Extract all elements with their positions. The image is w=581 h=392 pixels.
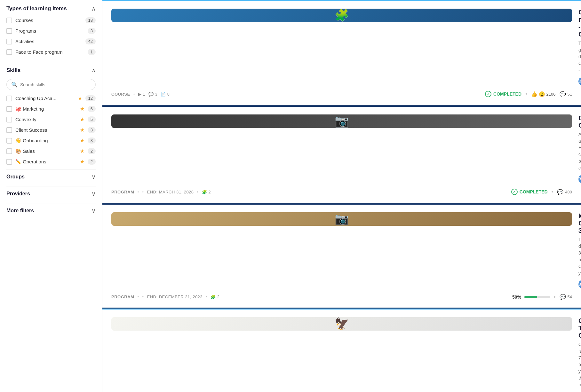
filter-item-courses[interactable]: Courses 18 — [6, 17, 96, 23]
course-info: Discovering OKRs As we scale and aim at … — [578, 114, 581, 184]
star-icon: ★ — [78, 95, 82, 101]
meta-dot: • — [137, 190, 139, 194]
avatar: BM — [578, 77, 581, 85]
course-card[interactable]: 📷 Mastering OKRs at 360Learning This pro… — [102, 204, 581, 309]
progress-container: 50% — [512, 294, 550, 300]
filter-checkbox[interactable] — [6, 39, 12, 44]
star-icon: ★ — [80, 137, 84, 144]
course-title[interactable]: OKR methodology - How to use OKRs — [578, 9, 581, 38]
course-top: 🦅 OKR Training - Coach OKRs adoption is … — [111, 317, 572, 392]
meta-left: PROGRAM ••End: December 31, 2023•🧩 2 — [111, 294, 220, 299]
check-icon: ✓ — [485, 91, 491, 97]
skill-label: 🐙 Marketing — [15, 106, 77, 112]
meta-right: ✓ COMPLETED • 👍 😮 2106 💬 51 — [485, 91, 572, 97]
filter-checkbox[interactable] — [6, 49, 12, 55]
course-top: 📷 Discovering OKRs As we scale and aim a… — [111, 114, 572, 184]
puzzle-count: 🧩 2 — [202, 190, 211, 194]
stat-value: 8 — [167, 92, 170, 97]
skill-item[interactable]: 🎨 Sales ★ 2 — [6, 148, 96, 154]
status-label: COMPLETED — [520, 189, 548, 194]
end-date: End: December 31, 2023 — [147, 294, 203, 299]
meta-dot: • — [525, 91, 527, 97]
course-thumbnail[interactable]: 🦅 — [111, 317, 572, 331]
stat-icon: ▶ — [138, 92, 142, 97]
skill-item[interactable]: Client Success ★ 3 — [6, 127, 96, 133]
types-chevron-up-icon[interactable]: ∧ — [92, 5, 96, 12]
course-description: As we scale and aim at achieving Hypergr… — [578, 131, 581, 171]
skill-label: Client Success — [15, 127, 77, 133]
course-description: This program is designed for 360Learners… — [578, 236, 581, 277]
groups-header[interactable]: Groups ∨ — [6, 169, 96, 184]
more-filters-header[interactable]: More filters ∨ — [6, 203, 96, 218]
course-description: This course aims at giving you a detaile… — [578, 40, 581, 74]
comment-count: 💬 54 — [560, 294, 572, 300]
status-completed: ✓ COMPLETED — [485, 91, 521, 97]
filter-label: Face to Face program — [15, 49, 84, 55]
comment-icon: 💬 — [557, 189, 563, 195]
skill-count: 6 — [88, 106, 96, 112]
course-thumbnail[interactable]: 🧩 — [111, 9, 572, 22]
avatar: BM — [578, 175, 581, 183]
skill-item[interactable]: 👋 Onboarding ★ 3 — [6, 137, 96, 144]
groups-chevron-down-icon[interactable]: ∨ — [92, 173, 96, 180]
filter-checkbox[interactable] — [6, 18, 12, 23]
skill-label: 👋 Onboarding — [15, 138, 77, 144]
skill-checkbox[interactable] — [6, 127, 12, 133]
wow-emoji: 😮 — [539, 91, 545, 97]
skill-item[interactable]: Coaching Up Aca... ★ 12 — [6, 95, 96, 101]
skills-search-box[interactable]: 🔍 — [6, 79, 96, 90]
skill-item[interactable]: ✏️ Operations ★ 2 — [6, 159, 96, 165]
course-card[interactable]: 🧩 OKR methodology - How to use OKRs This… — [102, 0, 581, 106]
skill-item[interactable]: Convexity ★ 5 — [6, 116, 96, 122]
stat-icon: 📄 — [161, 92, 166, 97]
skill-item[interactable]: 🐙 Marketing ★ 6 — [6, 106, 96, 112]
course-thumbnail[interactable]: 📷 — [111, 114, 572, 128]
course-meta: PROGRAM ••End: March 31, 2028•🧩 2 ✓ COMP… — [111, 189, 572, 195]
filter-item-programs[interactable]: Programs 3 — [6, 28, 96, 34]
course-title[interactable]: OKR Training - Coach — [578, 317, 581, 339]
comment-icon: 💬 — [560, 294, 566, 300]
course-card[interactable]: 🦅 OKR Training - Coach OKRs adoption is … — [102, 309, 581, 392]
thumbnail-icon: 🦅 — [335, 317, 349, 331]
star-icon: ★ — [80, 106, 84, 112]
thumbnail-icon: 📷 — [335, 114, 349, 128]
course-title[interactable]: Discovering OKRs — [578, 114, 581, 129]
comment-number: 400 — [565, 190, 572, 194]
skill-checkbox[interactable] — [6, 106, 12, 112]
skill-label: Convexity — [15, 117, 77, 122]
skill-checkbox[interactable] — [6, 159, 12, 165]
filter-item-face-to-face-program[interactable]: Face to Face program 1 — [6, 49, 96, 55]
courses-list: 🧩 OKR methodology - How to use OKRs This… — [102, 0, 581, 392]
course-author: BM Benjamin Marchal — [578, 391, 581, 392]
course-card[interactable]: 📷 Discovering OKRs As we scale and aim a… — [102, 106, 581, 204]
meta-right: ✓ COMPLETED • 💬 400 — [511, 189, 572, 195]
groups-title: Groups — [6, 174, 25, 180]
meta-left: COURSE •▶1💬3📄8 — [111, 92, 170, 97]
skill-checkbox[interactable] — [6, 148, 12, 154]
meta-dot: • — [142, 294, 144, 299]
skills-chevron-up-icon[interactable]: ∧ — [92, 67, 96, 74]
meta-dot: • — [197, 190, 199, 194]
more-filters-title: More filters — [6, 208, 34, 214]
providers-header[interactable]: Providers ∨ — [6, 186, 96, 201]
star-icon: ★ — [80, 159, 84, 165]
skill-checkbox[interactable] — [6, 117, 12, 122]
course-title[interactable]: Mastering OKRs at 360Learning — [578, 212, 581, 234]
skill-label: ✏️ Operations — [15, 159, 77, 165]
more-filters-chevron-down-icon[interactable]: ∨ — [92, 207, 96, 214]
skill-checkbox[interactable] — [6, 138, 12, 144]
skill-checkbox[interactable] — [6, 96, 12, 101]
skills-section-title: Skills — [6, 67, 20, 74]
skill-count: 2 — [88, 148, 96, 154]
course-type: PROGRAM — [111, 190, 134, 194]
types-section-title: Types of learning items — [6, 5, 67, 12]
course-thumbnail[interactable]: 📷 — [111, 212, 572, 226]
avatar: BM — [578, 280, 581, 288]
filter-checkbox[interactable] — [6, 28, 12, 34]
filter-item-activities[interactable]: Activities 42 — [6, 38, 96, 44]
providers-chevron-down-icon[interactable]: ∨ — [92, 190, 96, 197]
thumbnail-icon: 🧩 — [335, 9, 349, 22]
stat-item: ▶1 — [138, 92, 145, 97]
progress-fill — [524, 296, 537, 298]
search-input[interactable] — [20, 82, 91, 87]
